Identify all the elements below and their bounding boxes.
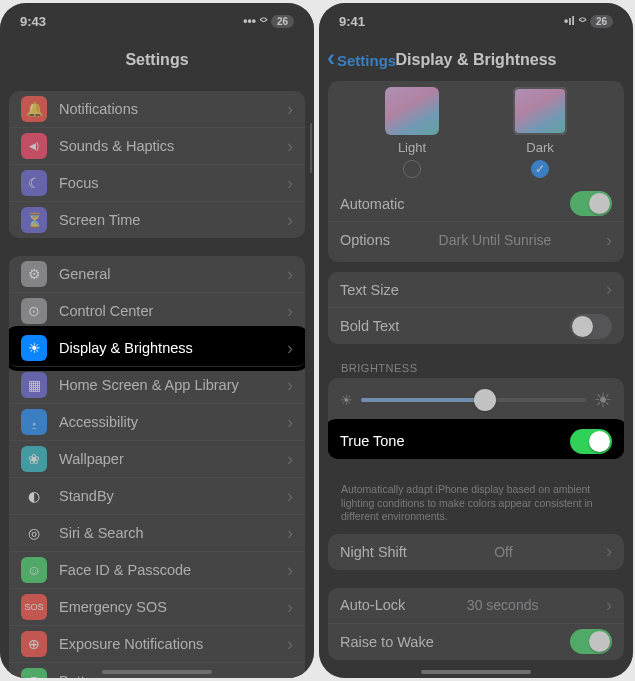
appearance-label: Light — [398, 140, 426, 155]
notifications-icon: 🔔 — [21, 96, 47, 122]
sun-small-icon: ☀︎ — [340, 392, 353, 408]
chevron-left-icon — [327, 51, 335, 69]
chevron-right-icon: › — [287, 99, 293, 120]
settings-row-wallpaper[interactable]: ❀Wallpaper› — [9, 441, 305, 478]
chevron-right-icon: › — [287, 634, 293, 655]
settings-row-sounds-haptics[interactable]: ◀︎)Sounds & Haptics› — [9, 128, 305, 165]
settings-screen: 9:43 ••• ⌔ 26 Settings 🔔Notifications›◀︎… — [0, 3, 314, 678]
settings-row-label: General — [59, 266, 111, 282]
chevron-right-icon: › — [606, 279, 612, 300]
wallpaper-icon: ❀ — [21, 446, 47, 472]
page-title: Display & Brightness — [396, 51, 557, 69]
wifi-icon: ⌔ — [579, 14, 586, 28]
screen-time-icon: ⏳ — [21, 207, 47, 233]
settings-row-exposure-notifications[interactable]: ⊕Exposure Notifications› — [9, 626, 305, 663]
settings-row-general[interactable]: ⚙︎General› — [9, 256, 305, 293]
auto-lock-label: Auto-Lock — [340, 597, 405, 613]
appearance-label: Dark — [526, 140, 553, 155]
settings-row-display-brightness[interactable]: ☀︎Display & Brightness› — [9, 330, 305, 367]
dark-thumbnail — [513, 87, 567, 135]
raise-to-wake-toggle[interactable] — [570, 629, 612, 654]
settings-row-label: Display & Brightness — [59, 340, 193, 356]
settings-row-label: Accessibility — [59, 414, 138, 430]
standby-icon: ◐ — [21, 483, 47, 509]
bold-text-toggle[interactable] — [570, 314, 612, 339]
settings-row-focus[interactable]: ☾Focus› — [9, 165, 305, 202]
settings-row-label: Exposure Notifications — [59, 636, 203, 652]
chevron-right-icon: › — [606, 541, 612, 562]
chevron-right-icon: › — [287, 449, 293, 470]
brightness-slider[interactable] — [361, 398, 586, 402]
settings-row-label: Face ID & Passcode — [59, 562, 191, 578]
settings-row-label: Wallpaper — [59, 451, 124, 467]
automatic-row: Automatic — [328, 186, 624, 222]
auto-lock-row[interactable]: Auto-Lock 30 seconds › — [328, 588, 624, 624]
header: Settings Display & Brightness — [319, 39, 633, 81]
brightness-group: ☀︎ ☀︎ True Tone — [328, 378, 624, 459]
options-row[interactable]: Options Dark Until Sunrise › — [328, 222, 624, 258]
true-tone-footnote: Automatically adapt iPhone display based… — [319, 477, 633, 524]
settings-row-home-screen-app-library[interactable]: ▦Home Screen & App Library› — [9, 367, 305, 404]
chevron-right-icon: › — [287, 173, 293, 194]
display-brightness-icon: ☀︎ — [21, 335, 47, 361]
settings-row-control-center[interactable]: ⊙Control Center› — [9, 293, 305, 330]
automatic-label: Automatic — [340, 196, 404, 212]
status-time: 9:43 — [20, 14, 46, 29]
page-title: Settings — [125, 51, 188, 69]
home-screen-app-library-icon: ▦ — [21, 372, 47, 398]
radio-unchecked-icon[interactable] — [403, 160, 421, 178]
true-tone-label: True Tone — [340, 433, 405, 449]
siri-search-icon: ◎ — [21, 520, 47, 546]
focus-icon: ☾ — [21, 170, 47, 196]
scrollbar[interactable] — [310, 123, 313, 173]
automatic-toggle[interactable] — [570, 191, 612, 216]
chevron-right-icon: › — [287, 375, 293, 396]
settings-row-label: Battery — [59, 673, 105, 678]
home-indicator[interactable] — [421, 670, 531, 674]
settings-row-label: Control Center — [59, 303, 153, 319]
face-id-passcode-icon: ☺︎ — [21, 557, 47, 583]
appearance-dark-option[interactable]: Dark ✓ — [513, 87, 567, 178]
home-indicator[interactable] — [102, 670, 212, 674]
status-icons: ••• ⌔ 26 — [243, 14, 294, 28]
settings-row-emergency-sos[interactable]: SOSEmergency SOS› — [9, 589, 305, 626]
night-shift-row[interactable]: Night Shift Off › — [328, 534, 624, 570]
text-size-row[interactable]: Text Size › — [328, 272, 624, 308]
settings-row-label: Emergency SOS — [59, 599, 167, 615]
chevron-right-icon: › — [287, 412, 293, 433]
radio-checked-icon[interactable]: ✓ — [531, 160, 549, 178]
settings-row-notifications[interactable]: 🔔Notifications› — [9, 91, 305, 128]
settings-row-standby[interactable]: ◐StandBy› — [9, 478, 305, 515]
status-icons: •ıl ⌔ 26 — [564, 14, 613, 28]
night-shift-group: Night Shift Off › — [328, 534, 624, 570]
control-center-icon: ⊙ — [21, 298, 47, 324]
signal-icon: ••• — [243, 14, 256, 28]
appearance-light-option[interactable]: Light — [385, 87, 439, 178]
display-brightness-screen: 9:41 •ıl ⌔ 26 Settings Display & Brightn… — [319, 3, 633, 678]
settings-row-screen-time[interactable]: ⏳Screen Time› — [9, 202, 305, 238]
status-bar: 9:41 •ıl ⌔ 26 — [319, 3, 633, 39]
chevron-right-icon: › — [287, 486, 293, 507]
settings-row-label: Screen Time — [59, 212, 140, 228]
battery-icon: 26 — [271, 15, 294, 28]
true-tone-toggle[interactable] — [570, 429, 612, 454]
options-label: Options — [340, 232, 390, 248]
true-tone-row: True Tone — [328, 423, 624, 459]
settings-row-label: Notifications — [59, 101, 138, 117]
appearance-group: Light Dark ✓ Automatic Options Dark Unti… — [328, 81, 624, 262]
settings-row-label: StandBy — [59, 488, 114, 504]
settings-row-accessibility[interactable]: ⍚Accessibility› — [9, 404, 305, 441]
header: Settings — [0, 39, 314, 81]
settings-row-label: Home Screen & App Library — [59, 377, 239, 393]
sounds-haptics-icon: ◀︎) — [21, 133, 47, 159]
night-shift-label: Night Shift — [340, 544, 407, 560]
chevron-right-icon: › — [287, 338, 293, 359]
chevron-right-icon: › — [287, 301, 293, 322]
light-thumbnail — [385, 87, 439, 135]
settings-row-siri-search[interactable]: ◎Siri & Search› — [9, 515, 305, 552]
settings-row-face-id-passcode[interactable]: ☺︎Face ID & Passcode› — [9, 552, 305, 589]
battery-icon: 26 — [590, 15, 613, 28]
back-button[interactable]: Settings — [327, 51, 396, 69]
chevron-right-icon: › — [606, 230, 612, 251]
brightness-slider-row: ☀︎ ☀︎ — [328, 378, 624, 423]
